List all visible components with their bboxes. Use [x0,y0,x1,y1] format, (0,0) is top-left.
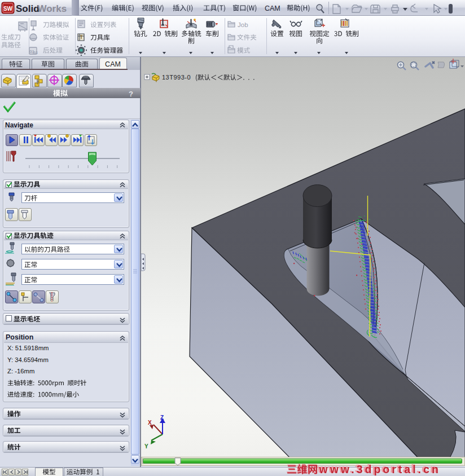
svg-text:Position: Position [6,333,33,341]
svg-text:CAM: CAM [265,5,280,12]
svg-text:G3: G3 [33,51,38,55]
svg-text:Z: Z [160,415,164,421]
svg-text:X: 51.5918mm: X: 51.5918mm [7,345,49,351]
svg-text:Job: Job [238,21,248,28]
svg-text:X: X [148,420,152,426]
svg-text:?: ? [129,90,133,98]
svg-text:Works: Works [38,3,67,14]
svg-text:CAM: CAM [105,60,121,68]
svg-text:SW: SW [3,6,13,12]
svg-text:Navigate: Navigate [5,121,33,129]
svg-text:www.3dportal.cn: www.3dportal.cn [319,463,441,475]
svg-text:13T993-0: 13T993-0 [162,74,191,81]
svg-text:Solid: Solid [16,3,40,14]
svg-text:Y: Y [144,443,148,449]
svg-text:Z: -16mm: Z: -16mm [7,368,34,374]
svg-text:Y: 34.6594mm: Y: 34.6594mm [7,356,49,363]
